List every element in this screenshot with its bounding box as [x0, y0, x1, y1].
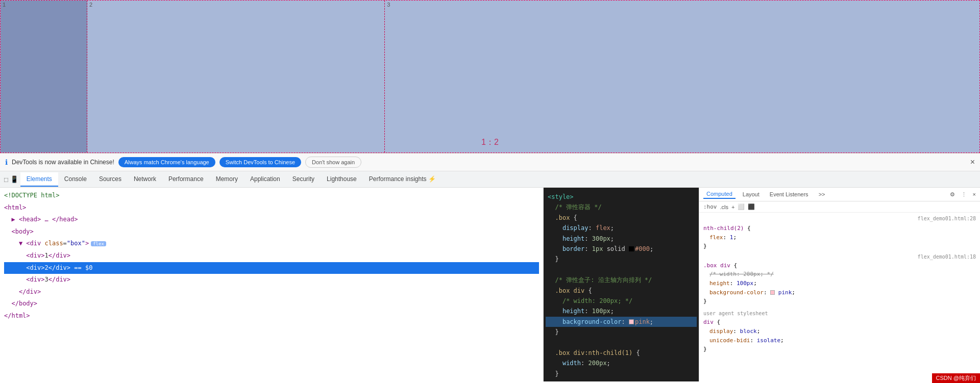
styles-header: Computed Layout Event Listeners >> ⚙ ⋮ × — [699, 188, 980, 201]
close-panel-button[interactable]: × — [973, 191, 976, 197]
new-style-icon[interactable]: ⬜ — [738, 203, 745, 210]
css-line-15 — [546, 337, 697, 347]
dom-line-body-close: </body> — [4, 298, 539, 310]
gear-icon[interactable]: ⚙ — [950, 191, 955, 198]
switch-to-chinese-button[interactable]: Switch DevTools to Chinese — [219, 157, 301, 167]
tab-application[interactable]: Application — [244, 172, 286, 187]
css-line-11: /* width: 200px; */ — [546, 296, 697, 306]
tab-elements[interactable]: Elements — [20, 172, 58, 187]
dom-tree: <!DOCTYPE html> <html> ▶ <head> … </head… — [0, 188, 543, 324]
more-tabs-button[interactable]: >> — [816, 190, 828, 198]
css-line-12: height: 100px; — [546, 306, 697, 316]
tab-sources[interactable]: Sources — [93, 172, 128, 187]
rule-2-props: /* width: 200px; */ height: 100px; backg… — [703, 270, 976, 297]
styles-content: flex_demo01.html:28 nth-child(2) { flex:… — [699, 213, 980, 356]
dom-line-div1: <div>1</div> — [4, 250, 539, 262]
flex-child-2: 2 — [87, 1, 385, 152]
css-line-8 — [546, 265, 697, 275]
dom-line-head: ▶ <head> … </head> — [4, 214, 539, 226]
tab-performance-insights[interactable]: Performance insights ⚡ — [363, 172, 442, 187]
devtools-tab-bar: ⬚ 📱 Elements Console Sources Network Per… — [0, 171, 980, 188]
copy-styles-icon[interactable]: ⬛ — [748, 203, 755, 210]
csdn-watermark: CSDN @纯弃们 — [932, 373, 980, 381]
dom-line-body: <body> — [4, 226, 539, 238]
layout-tab[interactable]: Layout — [740, 190, 763, 198]
css-line-2: /* 弹性容器 */ — [546, 202, 697, 212]
css-line-10: .box div { — [546, 286, 697, 296]
grid-number-1: 1 — [3, 2, 6, 8]
notification-close-button[interactable]: × — [970, 158, 975, 167]
rule-1-selector: nth-child(2) { — [703, 224, 976, 233]
notification-bar: ℹ DevTools is now available in Chinese! … — [0, 154, 980, 171]
css-line-18: } — [546, 369, 697, 379]
css-line-9: /* 弹性盒子: 沿主轴方向排列 */ — [546, 275, 697, 285]
dom-line-div-box: ▼ <div class="box">flex — [4, 238, 539, 250]
user-agent-label: user agent stylesheet — [703, 309, 976, 318]
css-line-13: background-color: pink; — [546, 317, 697, 327]
cls-label: .cls — [720, 204, 729, 210]
css-line-5: height: 300px; — [546, 234, 697, 244]
devtools-main-area: <!DOCTYPE html> <html> ▶ <head> … </head… — [0, 188, 980, 381]
rule-3-selector: div { — [703, 318, 976, 327]
styles-panel: Computed Layout Event Listeners >> ⚙ ⋮ ×… — [699, 188, 980, 381]
css-line-16: .box div:nth-child(1) { — [546, 348, 697, 358]
devtools-panel: ℹ DevTools is now available in Chinese! … — [0, 153, 980, 381]
grid-number-2: 2 — [89, 2, 92, 8]
tab-console[interactable]: Console — [58, 172, 93, 187]
rule-1-origin: flex_demo01.html:28 — [703, 215, 976, 223]
more-icon[interactable]: ⋮ — [961, 191, 967, 198]
filter-label: :hov — [703, 203, 717, 210]
rule-2-origin: flex_demo01.html:18 — [703, 253, 976, 261]
rule-origin-2-label: flex_demo01.html:18 — [703, 253, 976, 261]
ratio-label: 1：2 — [481, 137, 499, 148]
flex-child-3: 3 — [385, 1, 979, 152]
tab-security[interactable]: Security — [286, 172, 321, 187]
dom-line-html-close: </html> — [4, 310, 539, 322]
flex-container: 1 2 3 — [0, 0, 980, 153]
dom-line-html: <html> — [4, 202, 539, 214]
css-editor-panel[interactable]: <style> /* 弹性容器 */ .box { display: flex;… — [544, 188, 699, 381]
css-line-6: border: 1px solid #000; — [546, 244, 697, 254]
style-rule-3: div { display: block; unicode-bidi: isol… — [703, 318, 976, 353]
rule-1-props: flex: 1; — [703, 233, 976, 242]
add-icon[interactable]: + — [731, 204, 734, 210]
css-line-1: <style> — [546, 192, 697, 202]
css-line-17: width: 200px; — [546, 358, 697, 368]
user-agent-origin: user agent stylesheet — [703, 311, 768, 316]
info-icon: ℹ — [5, 158, 8, 166]
flex-child-1: 1 — [1, 1, 87, 152]
tab-performance[interactable]: Performance — [162, 172, 210, 187]
style-rule-1: flex_demo01.html:28 nth-child(2) { flex:… — [703, 215, 976, 251]
tab-lighthouse[interactable]: Lighthouse — [321, 172, 363, 187]
mobile-icon: 📱 — [10, 175, 18, 184]
dom-line-doctype: <!DOCTYPE html> — [4, 190, 539, 202]
rule-3-props: display: block; unicode-bidi: isolate; — [703, 327, 976, 345]
grid-number-3: 3 — [387, 2, 390, 8]
browser-page: 1 2 3 1：2 — [0, 0, 980, 153]
dont-show-again-button[interactable]: Don't show again — [305, 157, 361, 168]
dom-panel[interactable]: <!DOCTYPE html> <html> ▶ <head> … </head… — [0, 188, 544, 381]
tab-memory[interactable]: Memory — [210, 172, 244, 187]
cursor-icon: ⬚ — [4, 175, 8, 184]
dom-line-div2: <div>2</div> == $0 — [4, 262, 539, 274]
dom-line-div3: <div>3</div> — [4, 274, 539, 286]
css-line-19 — [546, 379, 697, 381]
css-line-7: } — [546, 254, 697, 264]
css-line-4: display: flex; — [546, 223, 697, 233]
event-listeners-tab[interactable]: Event Listeners — [767, 190, 812, 198]
css-line-3: .box { — [546, 213, 697, 223]
tab-network[interactable]: Network — [128, 172, 162, 187]
css-line-14: } — [546, 327, 697, 337]
style-rule-2: .box div { /* width: 200px; */ height: 1… — [703, 261, 976, 306]
always-match-language-button[interactable]: Always match Chrome's language — [118, 157, 215, 167]
dom-line-div-close: </div> — [4, 286, 539, 298]
computed-tab[interactable]: Computed — [703, 190, 736, 199]
rule-2-selector: .box div { — [703, 261, 976, 270]
notification-text: DevTools is now available in Chinese! — [12, 159, 114, 166]
